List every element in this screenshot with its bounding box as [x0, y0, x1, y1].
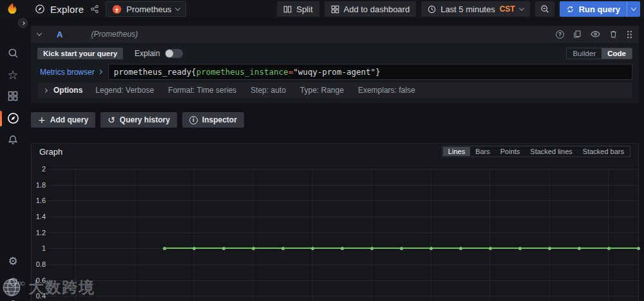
metrics-browser-button[interactable]: Metrics browser: [37, 64, 108, 80]
query-token: prometheus_ready{: [114, 67, 196, 77]
add-to-dashboard-button[interactable]: Add to dashboard: [325, 1, 417, 17]
data-point: [341, 247, 344, 250]
gear-icon[interactable]: ⚙: [6, 254, 20, 268]
data-point: [637, 247, 640, 250]
data-point: [370, 247, 374, 250]
data-point: [400, 247, 403, 250]
explain-toggle[interactable]: [165, 49, 183, 58]
alerting-bell-icon[interactable]: [6, 133, 20, 147]
graph-panel: Graph LinesBarsPointsStacked linesStacke…: [31, 143, 639, 301]
add-query-button[interactable]: + Add query: [31, 112, 95, 128]
data-point: [311, 247, 314, 250]
gridline-horizontal: [47, 217, 638, 217]
query-editor: A (Prometheus) ?: [31, 26, 639, 103]
chevron-down-icon: [518, 5, 524, 10]
query-option-item: Type: Range: [300, 86, 344, 95]
top-bar: Explore Prometheus: [0, 0, 644, 18]
datasource-picker[interactable]: Prometheus: [106, 1, 186, 17]
remove-query-trash-icon[interactable]: [609, 30, 618, 39]
collapse-chevron-icon[interactable]: [37, 30, 42, 35]
graph-mode-lines[interactable]: Lines: [443, 147, 470, 156]
page-title: Explore: [35, 4, 84, 15]
kick-start-query-button[interactable]: Kick start your query: [37, 48, 123, 59]
grafana-logo-icon[interactable]: [5, 2, 19, 16]
data-point: [252, 247, 255, 250]
dashboards-icon[interactable]: [6, 89, 20, 103]
query-token: prometheus_instance: [196, 67, 289, 77]
shield-icon[interactable]: [6, 275, 20, 289]
run-query-dropdown[interactable]: [627, 1, 640, 17]
graph-mode-points[interactable]: Points: [495, 147, 526, 156]
query-token: =: [289, 67, 294, 77]
dashboard-grid-icon: [331, 5, 339, 14]
y-tick-label: 1.8: [32, 181, 46, 189]
zoom-out-button[interactable]: [535, 1, 554, 17]
query-option-item: Exemplars: false: [358, 86, 415, 95]
data-point: [281, 247, 285, 250]
search-icon[interactable]: [6, 46, 20, 60]
gridline-horizontal: [47, 200, 638, 201]
duplicate-query-icon[interactable]: [573, 30, 582, 39]
gridline-horizontal: [47, 169, 638, 170]
query-token: "wuqy-prom-agent": [293, 67, 375, 77]
data-point: [489, 247, 492, 250]
query-options-row: Options Legend: VerboseFormat: Time seri…: [37, 83, 632, 98]
y-tick-label: 1: [32, 244, 46, 252]
graph-mode-stacked-bars[interactable]: Stacked bars: [578, 147, 629, 156]
timezone-label: CST: [500, 5, 515, 14]
gridline-vertical: [194, 169, 194, 301]
drag-handle-icon[interactable]: [627, 30, 632, 39]
editor-mode-switcher: Builder Code: [566, 48, 632, 59]
sidebar-expand-button[interactable]: [18, 18, 28, 28]
data-point: [193, 247, 196, 250]
split-button[interactable]: Split: [277, 1, 319, 17]
graph-mode-stacked-lines[interactable]: Stacked lines: [525, 147, 577, 156]
query-option-item: Legend: Verbose: [95, 86, 154, 95]
explore-compass-icon[interactable]: [6, 111, 20, 125]
query-token: }: [375, 67, 381, 77]
code-mode-button[interactable]: Code: [601, 48, 632, 59]
y-tick-label: 0.4: [32, 292, 46, 300]
data-point: [518, 247, 522, 250]
gridline-horizontal: [47, 185, 638, 186]
gridline-horizontal: [47, 264, 638, 265]
datasource-label: Prometheus: [126, 5, 171, 14]
active-nav-indicator: [0, 111, 2, 126]
y-tick-label: 1.2: [32, 229, 46, 237]
explore-main: A (Prometheus) ?: [31, 26, 639, 301]
y-tick-label: 0.6: [32, 277, 46, 284]
query-datasource-hint: (Prometheus): [91, 30, 138, 39]
star-icon[interactable]: ☆: [6, 68, 20, 82]
hide-response-eye-icon[interactable]: [591, 30, 600, 38]
explain-label: Explain: [135, 49, 160, 58]
query-option-item: Step: auto: [251, 86, 286, 95]
help-icon[interactable]: ?: [6, 297, 20, 301]
y-tick-label: 0.8: [32, 260, 46, 268]
gridline-horizontal: [47, 296, 638, 296]
inspector-button[interactable]: i Inspector: [182, 112, 244, 128]
prometheus-icon: [112, 5, 122, 14]
query-history-button[interactable]: ↺ Query history: [100, 112, 177, 128]
gridline-vertical: [489, 169, 490, 301]
options-toggle[interactable]: Options: [44, 86, 82, 95]
graph-mode-switcher: LinesBarsPointsStacked linesStacked bars: [442, 146, 630, 157]
run-query-button[interactable]: Run query: [560, 1, 640, 17]
chevron-down-icon: [175, 5, 180, 10]
gridline-horizontal: [47, 233, 638, 233]
gridline-vertical: [430, 169, 431, 301]
plot-area[interactable]: 21.81.61.41.210.80.60.40.2: [32, 159, 638, 301]
gridline-vertical: [75, 169, 76, 301]
promql-query-input[interactable]: prometheus_ready{prometheus_instance="wu…: [108, 64, 632, 80]
gridline-vertical: [372, 169, 372, 301]
gridline-vertical: [253, 169, 254, 301]
clock-icon: [428, 5, 436, 14]
graph-mode-bars[interactable]: Bars: [470, 147, 495, 156]
share-icon[interactable]: [90, 5, 99, 14]
builder-mode-button[interactable]: Builder: [567, 48, 601, 59]
data-point: [430, 247, 433, 250]
query-row-header[interactable]: A (Prometheus) ?: [31, 26, 639, 43]
refresh-icon: [566, 5, 574, 14]
time-range-picker[interactable]: Last 5 minutes CST: [421, 1, 530, 17]
query-option-item: Format: Time series: [168, 86, 236, 95]
query-help-icon[interactable]: ?: [556, 30, 564, 39]
